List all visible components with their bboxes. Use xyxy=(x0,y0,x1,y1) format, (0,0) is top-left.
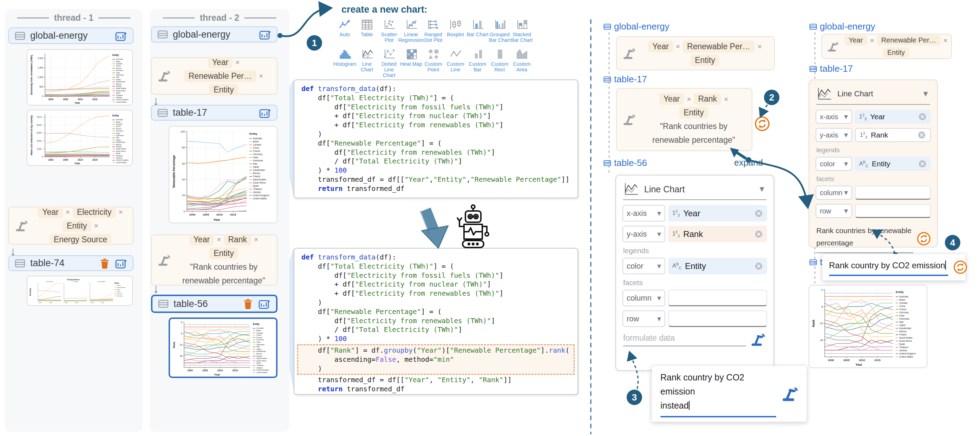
create-chart-icon[interactable] xyxy=(115,258,127,268)
delete-table-icon[interactable] xyxy=(243,299,253,309)
picker-item-cpoint[interactable]: Custom Point xyxy=(422,46,444,78)
create-chart-icon[interactable] xyxy=(115,30,127,41)
remove-chip-button[interactable]: × xyxy=(687,95,691,103)
encoding-field-y-axis[interactable]: 123Rank xyxy=(668,226,767,242)
chart-thumbnail-rank-right[interactable]: 0510152000200520102015YearRankEntityAust… xyxy=(808,285,928,368)
transform-card-t2-2[interactable]: Year×Rank×Entity"Rank countries byrenewa… xyxy=(151,235,277,286)
picker-item-linreg[interactable]: Linear Regression xyxy=(400,17,422,43)
encoding-shelf-select[interactable]: color▾ xyxy=(622,258,665,274)
encoding-shelf-select[interactable]: column▾ xyxy=(622,290,665,306)
encoding-shelf-select[interactable]: row▾ xyxy=(816,204,852,218)
encoding-field-x-axis[interactable]: 123Year xyxy=(855,110,931,124)
create-chart-icon[interactable] xyxy=(259,108,271,118)
picker-item-line[interactable]: Line Chart xyxy=(356,46,378,78)
clear-field-button[interactable] xyxy=(754,209,763,218)
clear-field-button[interactable] xyxy=(754,262,763,270)
picker-item-histogram[interactable]: Histogram xyxy=(334,46,356,78)
remove-chip-button[interactable]: × xyxy=(94,222,99,230)
right-link-table-17[interactable]: table-17 xyxy=(809,63,853,74)
picker-item-stackedbar[interactable]: Stacked Bar Chart xyxy=(511,17,533,43)
nl-prompt-popup-right[interactable]: Rank country by CO2 emission xyxy=(822,254,966,281)
picker-item-cbar[interactable]: Custom Bar xyxy=(466,46,488,78)
remove-chip-button[interactable]: × xyxy=(217,235,221,244)
right-transform-card-1[interactable]: Year×Renewable Per…×Entity xyxy=(821,34,952,59)
refresh-icon-editor[interactable] xyxy=(917,232,931,246)
picker-item-dottedline[interactable]: Dotted Line Chart xyxy=(378,46,400,78)
table-card-global-energy-t2[interactable]: global-energy xyxy=(151,26,277,43)
remove-chip-button[interactable]: × xyxy=(235,58,240,67)
mid-transform-card-2[interactable]: Year×Rank×Entity"Rank countries byrenewa… xyxy=(616,88,752,151)
chart-thumbnail-renewables-twh[interactable]: 05001,0001,5002,0002000200520102015YearE… xyxy=(27,49,133,105)
picker-item-crect[interactable]: Custom Rect xyxy=(488,46,511,78)
remove-chip-button[interactable]: × xyxy=(259,72,263,80)
encoding-shelf-select[interactable]: y-axis▾ xyxy=(816,128,852,142)
remove-chip-button[interactable]: × xyxy=(724,95,728,103)
encoding-field-x-axis[interactable]: 123Year xyxy=(668,205,767,222)
clear-field-button[interactable] xyxy=(754,230,763,238)
clear-field-button[interactable] xyxy=(918,112,927,121)
clear-field-button[interactable] xyxy=(918,131,926,139)
chart-type-select[interactable]: Line Chart xyxy=(644,184,752,195)
remove-chip-button[interactable]: × xyxy=(66,208,70,216)
mid-link-table-17[interactable]: table-17 xyxy=(603,74,647,85)
mid-link-table-56[interactable]: table-56 xyxy=(603,158,647,168)
chevron-down-icon[interactable]: ▼ xyxy=(922,89,929,99)
picker-item-carea[interactable]: Custom Area xyxy=(511,46,533,78)
encoding-shelf-select[interactable]: row▾ xyxy=(622,310,665,327)
formulate-robot-arm-icon[interactable] xyxy=(781,386,799,402)
picker-item-auto[interactable]: Auto xyxy=(334,17,356,43)
table-card-table-17[interactable]: table-17 xyxy=(151,105,277,121)
chart-type-select[interactable]: Line Chart xyxy=(837,89,916,99)
encoding-shelf-select[interactable]: x-axis▾ xyxy=(816,110,852,124)
delete-table-icon[interactable] xyxy=(100,258,110,268)
encoding-shelf-select[interactable]: y-axis▾ xyxy=(622,226,665,242)
chart-thumbnail-energy-source-facets[interactable]: Energy Sourcefossil fuels20002010Electri… xyxy=(27,276,133,306)
picker-item-scatter[interactable]: Scatter Plot xyxy=(378,17,400,43)
prompt-text-block[interactable]: Rank countries by renewablepercentage xyxy=(816,224,913,253)
table-card-table-56-selected[interactable]: table-56 xyxy=(151,295,277,313)
transform-card-t2-1[interactable]: Year×Renewable Per…×Entity xyxy=(151,57,277,94)
picker-item-boxplot[interactable]: Boxplot xyxy=(444,17,466,43)
nl-prompt-popup-mid[interactable]: Rank country by CO2 emission instead xyxy=(652,366,807,422)
picker-item-cline[interactable]: Custom Line xyxy=(444,46,466,78)
formulate-robot-arm-icon[interactable] xyxy=(750,333,767,347)
encoding-shelf-select[interactable]: color▾ xyxy=(816,157,852,171)
remove-chip-button[interactable]: × xyxy=(676,42,680,51)
formulate-input[interactable]: formulate data xyxy=(623,333,746,347)
encoding-field-color[interactable]: ABCEntity xyxy=(855,157,931,171)
mid-transform-card-1[interactable]: Year×Renewable Per…×Entity xyxy=(616,36,775,70)
encoding-field-row[interactable] xyxy=(855,204,931,218)
encoding-field-column[interactable] xyxy=(855,186,931,200)
picker-item-table[interactable]: Table xyxy=(356,17,378,43)
right-link-global-energy[interactable]: global-energy xyxy=(809,21,875,32)
chart-thumbnail-renewable-pct[interactable]: 0204060801002000200520102015YearRenewabl… xyxy=(169,126,277,223)
encoding-field-color[interactable]: ABCEntity xyxy=(668,258,767,274)
encoding-field-row[interactable] xyxy=(668,310,767,327)
transform-card-t1[interactable]: Year×Electricity×Entity×Energy Source xyxy=(8,207,134,245)
picker-item-heatmap[interactable]: Heat Map xyxy=(400,46,422,78)
picker-item-bar[interactable]: Bar Chart xyxy=(466,17,488,43)
picker-item-groupedbar[interactable]: Grouped Bar Chart xyxy=(488,17,511,43)
chart-thumbnail-rank-selected[interactable]: 0510152000200520102015YearRankEntityAust… xyxy=(169,318,277,378)
refresh-icon-popup[interactable] xyxy=(953,260,967,274)
remove-chip-button[interactable]: × xyxy=(118,208,123,216)
table-card-global-energy-t1[interactable]: global-energy xyxy=(8,27,134,44)
chevron-down-icon[interactable]: ▼ xyxy=(758,185,766,194)
encoding-field-column[interactable] xyxy=(668,290,767,306)
refresh-icon-mid[interactable] xyxy=(754,116,770,131)
mid-link-global-energy[interactable]: global-energy xyxy=(603,21,670,32)
create-chart-icon[interactable] xyxy=(259,299,270,309)
clear-field-button[interactable] xyxy=(918,160,927,168)
chart-thumbnail-co2[interactable]: 02,00...4,00...6,00...8,00...10,0...2000… xyxy=(27,110,133,166)
create-chart-icon[interactable] xyxy=(259,29,271,40)
encoding-field-y-axis[interactable]: 123Rank xyxy=(855,128,931,142)
remove-chip-button[interactable]: × xyxy=(254,235,258,244)
encoding-shelf-select[interactable]: column▾ xyxy=(816,186,852,200)
remove-chip-button[interactable]: × xyxy=(757,42,762,51)
svg-text:4,00...: 4,00... xyxy=(37,140,43,142)
remove-chip-button[interactable]: × xyxy=(870,36,874,45)
table-card-table-74[interactable]: table-74 xyxy=(8,255,134,271)
picker-item-rangeddot[interactable]: Ranged Dot Plot xyxy=(422,17,444,43)
encoding-shelf-select[interactable]: x-axis▾ xyxy=(622,205,665,222)
remove-chip-button[interactable]: × xyxy=(943,36,948,45)
